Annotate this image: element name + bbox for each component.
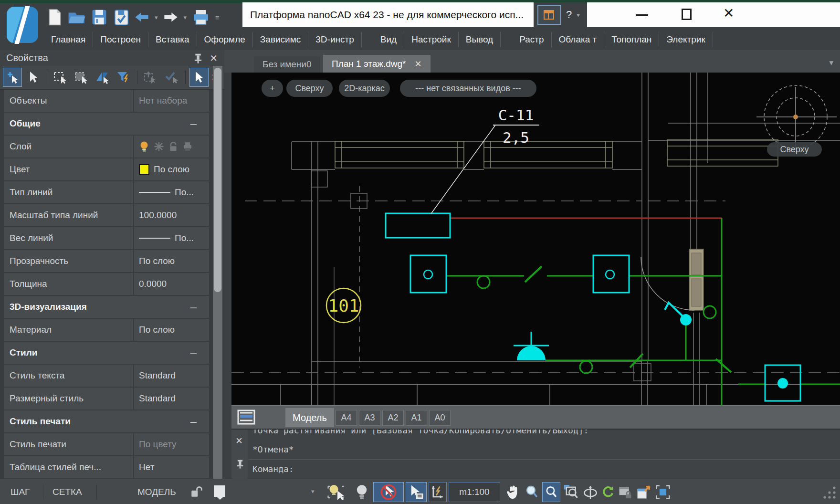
- save-icon[interactable]: [92, 9, 107, 25]
- orbit-button[interactable]: [581, 482, 599, 502]
- maximize-viewport-button[interactable]: [635, 482, 653, 502]
- command-pin-icon[interactable]: [236, 459, 244, 469]
- property-group-common[interactable]: Общие –: [4, 113, 209, 135]
- property-row-transparency[interactable]: Прозрачность По слою: [4, 250, 209, 272]
- ribbon-tab-topoplan[interactable]: Топоплан: [604, 32, 659, 47]
- property-row-thickness[interactable]: Толщина 0.0000: [4, 273, 209, 295]
- undo-icon[interactable]: [135, 11, 149, 23]
- window-layout-button[interactable]: [537, 5, 561, 25]
- drawing-viewport[interactable]: 101 C-11 2,5 + Сверху 2D-каркас --- нет …: [231, 73, 840, 406]
- redo-caret-icon[interactable]: ▾: [184, 14, 187, 21]
- zoom-realtime-button[interactable]: [542, 482, 560, 502]
- minimize-button[interactable]: [636, 14, 648, 16]
- collapse-icon[interactable]: –: [190, 346, 209, 359]
- new-file-icon[interactable]: [48, 9, 62, 26]
- pointer-mode-button[interactable]: [189, 68, 209, 87]
- bulb-button[interactable]: [352, 482, 371, 502]
- pan-button[interactable]: [504, 482, 522, 502]
- resize-grip[interactable]: [822, 485, 837, 500]
- document-tab-plan[interactable]: План 1 этаж.dwg* ✕: [323, 55, 430, 73]
- confirm-selection-button[interactable]: [162, 68, 181, 87]
- flyout-caret-icon[interactable]: ▾: [311, 488, 315, 495]
- collapse-icon[interactable]: –: [190, 300, 209, 314]
- layout-tab-model[interactable]: Модель: [285, 408, 334, 427]
- property-row-objects[interactable]: Объекты Нет набора: [4, 90, 209, 112]
- highlight-selection-button[interactable]: [323, 482, 349, 502]
- layout-list-icon[interactable]: [237, 410, 255, 425]
- visual-style-control[interactable]: 2D-каркас: [339, 80, 390, 97]
- property-row-color[interactable]: Цвет По слою: [4, 158, 209, 180]
- scale-display[interactable]: m1:100: [449, 482, 500, 502]
- pin-icon[interactable]: [193, 53, 203, 63]
- property-row-linetype[interactable]: Тип линий По...: [4, 181, 209, 203]
- layout-tab-a2[interactable]: А2: [382, 410, 404, 426]
- collapse-icon[interactable]: –: [190, 415, 209, 428]
- select-add-button[interactable]: [3, 68, 22, 87]
- close-button[interactable]: ✕: [723, 7, 734, 20]
- dynamic-input-button[interactable]: [429, 482, 447, 502]
- maximize-button[interactable]: [682, 9, 692, 20]
- viewport-add-control[interactable]: +: [262, 80, 283, 97]
- ribbon-tab-vyvod[interactable]: Вывод: [459, 32, 501, 47]
- property-group-3d[interactable]: 3D-визуализация –: [4, 296, 209, 318]
- property-row-layer[interactable]: Слой: [4, 136, 209, 158]
- ribbon-tab-oblaka[interactable]: Облака т: [552, 32, 605, 47]
- panel-scrollbar-thumb[interactable]: [214, 68, 221, 292]
- ribbon-tab-postroen[interactable]: Построен: [93, 32, 148, 47]
- layout-tab-a3[interactable]: А3: [359, 410, 380, 426]
- viewport-lock-button[interactable]: [617, 482, 634, 502]
- ribbon-tab-glavnaya[interactable]: Главная: [44, 32, 93, 47]
- view-direction-control[interactable]: Сверху: [286, 80, 333, 97]
- save-as-icon[interactable]: [113, 9, 129, 26]
- layout-tab-a0[interactable]: А0: [429, 410, 451, 426]
- tab-list-caret-icon[interactable]: ▾: [829, 58, 833, 68]
- property-group-plotstyle[interactable]: Стиль печати –: [4, 410, 209, 432]
- clean-screen-button[interactable]: [654, 482, 672, 502]
- help-caret-icon[interactable]: ▾: [577, 11, 580, 19]
- command-close-icon[interactable]: ✕: [235, 435, 243, 446]
- toolbar-overflow-icon[interactable]: ≡: [215, 13, 220, 21]
- ribbon-tab-vid[interactable]: Вид: [373, 32, 404, 47]
- model-space-toggle[interactable]: МОДЕЛЬ: [137, 479, 176, 504]
- compass-label[interactable]: Сверху: [767, 142, 822, 157]
- undo-caret-icon[interactable]: ▾: [155, 14, 158, 21]
- cursor-menu-button[interactable]: [406, 482, 427, 502]
- property-row-plotstyletable[interactable]: Таблица стилей печ... Нет: [4, 456, 209, 478]
- invert-selection-button[interactable]: [93, 68, 112, 87]
- tab-close-icon[interactable]: ✕: [415, 59, 422, 69]
- command-prompt[interactable]: Команда:: [252, 464, 294, 474]
- grid-toggle[interactable]: СЕТКА: [52, 479, 82, 504]
- select-cursor-button[interactable]: [24, 68, 43, 87]
- ribbon-tab-rastr[interactable]: Растр: [512, 32, 551, 47]
- linked-views-control[interactable]: --- нет связанных видов ---: [400, 80, 536, 97]
- zoom-window-button[interactable]: [562, 482, 580, 502]
- view-compass[interactable]: [756, 85, 837, 148]
- selection-preview-off-button[interactable]: [373, 482, 404, 502]
- property-row-textstyle[interactable]: Стиль текста Standard: [4, 365, 209, 387]
- collapse-icon[interactable]: –: [190, 117, 209, 130]
- layout-tab-a4[interactable]: А4: [336, 410, 357, 426]
- color-swatch[interactable]: [139, 164, 149, 175]
- nanocad-logo[interactable]: [6, 6, 39, 44]
- panel-scrollbar[interactable]: [213, 66, 222, 479]
- snap-toggle[interactable]: ШАГ: [10, 479, 30, 504]
- redo-icon[interactable]: [164, 11, 178, 23]
- open-file-icon[interactable]: [68, 10, 86, 25]
- property-row-dimstyle[interactable]: Размерный стиль Standard: [4, 388, 209, 410]
- ribbon-tab-zavisim[interactable]: Зависимс: [253, 32, 308, 47]
- regen-button[interactable]: [599, 482, 617, 502]
- ribbon-tab-elektrik[interactable]: Электрик: [659, 32, 713, 47]
- layout-tab-a1[interactable]: А1: [406, 410, 427, 426]
- paper-space-icon[interactable]: [213, 484, 227, 500]
- window-select-button[interactable]: [51, 68, 70, 87]
- property-row-plotstyle[interactable]: Стиль печати По цвету: [4, 433, 209, 455]
- crossing-select-button[interactable]: [72, 68, 91, 87]
- print-icon[interactable]: [192, 9, 210, 25]
- selection-filter-button[interactable]: [114, 68, 133, 87]
- property-row-lineweight[interactable]: Вес линий По...: [4, 227, 209, 249]
- document-tab-unnamed[interactable]: Без имени0: [254, 56, 320, 73]
- property-row-ltscale[interactable]: Масштаб типа линий 100.0000: [4, 204, 209, 226]
- select-similar-button[interactable]: [141, 68, 160, 87]
- lock-ui-icon[interactable]: [190, 486, 202, 498]
- ribbon-tab-vstavka[interactable]: Вставка: [148, 32, 197, 47]
